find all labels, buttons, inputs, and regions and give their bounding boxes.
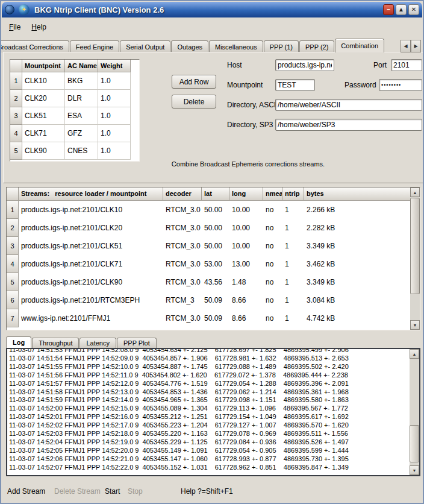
log-scroll-thumb[interactable]	[410, 425, 419, 462]
column-header-mountpoint[interactable]: Mountpoint	[22, 60, 65, 72]
cell-stream-mountpoint[interactable]: products.igs-ip.net:2101/CLK10	[19, 201, 163, 219]
close-button[interactable]: ✕	[408, 4, 419, 15]
cell-ac-name[interactable]: ESA	[65, 107, 98, 125]
tab-scroll-right-icon[interactable]: ▶	[411, 40, 421, 52]
cell-bytes[interactable]: 2.282 kB	[304, 219, 420, 237]
stream-row[interactable]: 4 products.igs-ip.net:2101/CLK71 RTCM_3.…	[7, 255, 420, 273]
combination-table[interactable]: Mountpoint AC Name Weight 1 CLK10 BKG 1.…	[10, 59, 140, 162]
cell-mountpoint[interactable]: CLK51	[22, 107, 65, 125]
tab-scroll-left-icon[interactable]: ◀	[401, 40, 411, 52]
cell-stream-mountpoint[interactable]: products.igs-ip.net:2101/RTCM3EPH	[19, 291, 163, 309]
port-input[interactable]	[391, 59, 422, 71]
cell-weight[interactable]: 1.0	[98, 142, 131, 160]
cell-lat[interactable]: 43.56	[202, 273, 229, 291]
cell-bytes[interactable]: 2.266 kB	[304, 201, 420, 219]
cell-ntrip[interactable]: 1	[282, 309, 304, 327]
cell-lat[interactable]: 50.00	[202, 237, 229, 255]
add-stream-button[interactable]: Add Stream	[7, 487, 45, 496]
tab-log[interactable]: Log	[6, 336, 31, 348]
tab-serial-output[interactable]: Serial Output	[120, 40, 170, 52]
column-header-bytes[interactable]: bytes	[304, 187, 420, 201]
cell-ntrip[interactable]: 1	[282, 255, 304, 273]
tab-miscellaneous[interactable]: Miscellaneous	[209, 40, 263, 52]
streams-scrollbar[interactable]: ▲ ▼	[410, 187, 420, 330]
cell-ntrip[interactable]: 1	[282, 291, 304, 309]
streams-table[interactable]: Streams: resource loader / mountpoint de…	[6, 187, 420, 330]
cell-decoder[interactable]: RTCM_3.0	[163, 201, 202, 219]
tab-latency[interactable]: Latency	[80, 338, 116, 348]
host-input[interactable]	[275, 59, 334, 71]
cell-decoder[interactable]: RTCM_3.0	[163, 273, 202, 291]
tab-ppp-1[interactable]: PPP (1)	[264, 40, 299, 52]
cell-weight[interactable]: 1.0	[98, 90, 131, 107]
table-row[interactable]: 4 CLK71 GFZ 1.0	[10, 125, 139, 142]
cell-nmea[interactable]: no	[263, 255, 282, 273]
scroll-down-icon[interactable]: ▼	[410, 465, 419, 475]
mountpoint-input[interactable]	[275, 79, 315, 91]
table-row[interactable]: 5 CLK90 CNES 1.0	[10, 142, 139, 160]
cell-long[interactable]: 10.00	[229, 237, 263, 255]
cell-lat[interactable]: 50.00	[202, 219, 229, 237]
stream-row[interactable]: 1 products.igs-ip.net:2101/CLK10 RTCM_3.…	[7, 201, 420, 219]
cell-ac-name[interactable]: GFZ	[65, 125, 98, 142]
column-header-streams[interactable]: Streams: resource loader / mountpoint	[19, 187, 163, 201]
password-input[interactable]	[379, 79, 422, 91]
cell-bytes[interactable]: 3.349 kB	[304, 273, 420, 291]
cell-ntrip[interactable]: 1	[282, 273, 304, 291]
cell-ac-name[interactable]: DLR	[65, 90, 98, 107]
stream-row[interactable]: 2 products.igs-ip.net:2101/CLK20 RTCM_3.…	[7, 219, 420, 237]
cell-decoder[interactable]: RTCM_3	[163, 291, 202, 309]
cell-long[interactable]: 8.66	[229, 291, 263, 309]
cell-ntrip[interactable]: 1	[282, 219, 304, 237]
tab-throughput[interactable]: Throughput	[32, 338, 79, 348]
cell-stream-mountpoint[interactable]: products.igs-ip.net:2101/CLK71	[19, 255, 163, 273]
cell-decoder[interactable]: RTCM_3.0	[163, 237, 202, 255]
cell-mountpoint[interactable]: CLK10	[22, 72, 65, 90]
cell-lat[interactable]: 50.00	[202, 201, 229, 219]
column-header-ac-name[interactable]: AC Name	[65, 60, 98, 72]
start-button[interactable]: Start	[105, 487, 120, 496]
streams-scroll-thumb[interactable]	[410, 198, 420, 294]
scroll-up-icon[interactable]: ▲	[410, 187, 420, 197]
stream-row[interactable]: 3 products.igs-ip.net:2101/CLK51 RTCM_3.…	[7, 237, 420, 255]
cell-nmea[interactable]: no	[263, 237, 282, 255]
cell-ac-name[interactable]: CNES	[65, 142, 98, 160]
cell-lat[interactable]: 50.09	[202, 291, 229, 309]
tab-ppp-plot[interactable]: PPP Plot	[117, 338, 157, 348]
cell-ntrip[interactable]: 1	[282, 201, 304, 219]
cell-bytes[interactable]: 3.349 kB	[304, 237, 420, 255]
stream-row[interactable]: 5 products.igs-ip.net:2101/CLK90 RTCM_3.…	[7, 273, 420, 291]
column-header-long[interactable]: long	[229, 187, 263, 201]
cell-weight[interactable]: 1.0	[98, 125, 131, 142]
column-header-nmea[interactable]: nmea	[263, 187, 282, 201]
tab-combination[interactable]: Combination	[335, 39, 384, 52]
cell-long[interactable]: 13.00	[229, 255, 263, 273]
cell-nmea[interactable]: no	[263, 219, 282, 237]
maximize-button[interactable]: ▲	[396, 4, 407, 15]
log-panel[interactable]: 11-03-07 14:51:53 FFMJ1 PPP 14:52:08.0 9…	[6, 348, 420, 476]
log-scrollbar[interactable]: ▲ ▼	[410, 349, 419, 475]
cell-bytes[interactable]: 3.462 kB	[304, 255, 420, 273]
cell-decoder[interactable]: RTCM_3.0	[163, 219, 202, 237]
tab-broadcast-corrections[interactable]: Broadcast Corrections	[0, 40, 69, 52]
scroll-down-icon[interactable]: ▼	[410, 320, 420, 330]
directory-sp3-input[interactable]	[275, 119, 422, 131]
titlebar[interactable]: ✦ BKG Ntrip Client (BNC) Version 2.6 – ▲…	[2, 2, 422, 17]
cell-lat[interactable]: 50.09	[202, 309, 229, 327]
cell-long[interactable]: 8.66	[229, 309, 263, 327]
cell-mountpoint[interactable]: CLK20	[22, 90, 65, 107]
table-row[interactable]: 1 CLK10 BKG 1.0	[10, 72, 139, 90]
cell-decoder[interactable]: RTCM_3.0	[163, 255, 202, 273]
menu-file[interactable]: File	[4, 22, 26, 33]
cell-long[interactable]: 10.00	[229, 219, 263, 237]
cell-mountpoint[interactable]: CLK90	[22, 142, 65, 160]
cell-bytes[interactable]: 4.742 kB	[304, 309, 420, 327]
tab-ppp-2[interactable]: PPP (2)	[299, 40, 334, 52]
cell-ntrip[interactable]: 1	[282, 237, 304, 255]
cell-stream-mountpoint[interactable]: products.igs-ip.net:2101/CLK20	[19, 219, 163, 237]
minimize-button[interactable]: –	[383, 4, 394, 15]
scroll-up-icon[interactable]: ▲	[410, 349, 419, 359]
stream-row[interactable]: 6 products.igs-ip.net:2101/RTCM3EPH RTCM…	[7, 291, 420, 309]
cell-long[interactable]: 10.00	[229, 201, 263, 219]
cell-lat[interactable]: 53.00	[202, 255, 229, 273]
